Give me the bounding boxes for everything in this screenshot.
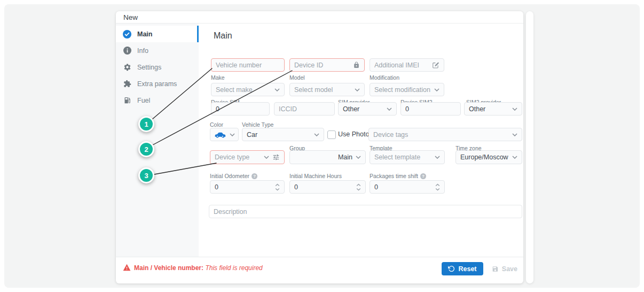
initial-odometer-input[interactable] (215, 183, 272, 191)
chevron-down-icon (435, 156, 440, 159)
screen: New Main Info Settings (0, 0, 644, 292)
device-tags-select[interactable]: Device tags (368, 128, 522, 141)
info-icon (123, 47, 131, 55)
chevron-down-icon (264, 156, 269, 159)
section-title: Main (214, 31, 232, 41)
description-field (209, 205, 522, 218)
dialog-footer: Main / Vehicle number: This field is req… (116, 257, 523, 284)
sidebar-item-extra-params[interactable]: Extra params (116, 75, 199, 92)
vehicle-type-label: Vehicle Type (242, 121, 273, 128)
device-sim2-field (400, 102, 461, 116)
sidebar-item-settings[interactable]: Settings (116, 59, 199, 75)
initial-machine-hours-label: Initial Machine Hours (289, 173, 342, 179)
use-photo-checkbox[interactable] (327, 130, 336, 139)
warning-icon (123, 264, 131, 271)
sidebar-item-fuel[interactable]: Fuel (116, 92, 199, 109)
reset-button[interactable]: Reset (442, 262, 483, 275)
modification-select[interactable]: Select modification (370, 83, 444, 96)
sidebar-item-label: Fuel (137, 97, 150, 104)
callout-3: 3 (138, 167, 154, 183)
reset-icon (448, 265, 455, 272)
sidebar: Main Info Settings Extra params (116, 24, 199, 257)
sidebar-item-label: Settings (137, 64, 161, 71)
chevron-down-icon (355, 88, 360, 91)
device-id-field (289, 58, 365, 72)
use-photo-label: Use Photo (338, 130, 369, 138)
color-label: Color (210, 121, 223, 128)
chevron-down-icon (356, 156, 361, 159)
sidebar-item-info[interactable]: Info (116, 42, 199, 59)
device-type-select[interactable]: Device type (210, 150, 285, 164)
sim2-provider-select[interactable]: Other (464, 102, 522, 116)
vehicle-number-field (211, 58, 285, 72)
chevron-down-icon (512, 133, 517, 136)
edit-icon[interactable] (432, 62, 439, 69)
device-id-input[interactable] (294, 62, 350, 69)
spinner-icon[interactable] (356, 183, 361, 191)
check-circle-icon (123, 30, 131, 39)
time-zone-select[interactable]: Europe/Moscow (455, 150, 522, 164)
new-device-dialog: New Main Info Settings (116, 11, 523, 283)
description-input[interactable] (214, 208, 517, 216)
modification-label: Modification (370, 74, 399, 81)
chevron-down-icon (314, 133, 319, 136)
chevron-down-icon (512, 156, 517, 159)
help-icon[interactable]: ? (252, 173, 257, 179)
additional-imei-field (370, 58, 444, 72)
initial-machine-hours-field (289, 180, 366, 194)
iccid-input[interactable] (279, 105, 330, 113)
validation-error: Main / Vehicle number: This field is req… (134, 264, 263, 272)
vehicle-type-select[interactable]: Car (242, 128, 324, 141)
device-type-filter-icon[interactable] (272, 153, 280, 161)
device-sim2-input[interactable] (405, 105, 456, 113)
chevron-down-icon (434, 88, 439, 91)
template-select[interactable]: Select template (370, 150, 445, 164)
packages-time-shift-field (370, 180, 445, 194)
packages-time-shift-label: Packages time shift ? (370, 173, 426, 179)
error-field-name: Main / Vehicle number: (134, 264, 203, 272)
dialog-header: New (116, 11, 523, 24)
active-tab-indicator (197, 26, 199, 42)
error-message: This field is required (205, 264, 262, 272)
make-label: Make (211, 74, 225, 81)
lock-icon (353, 62, 360, 68)
dialog-title: New (123, 13, 138, 21)
dialog-scrollbar[interactable] (526, 11, 533, 283)
gear-icon (123, 63, 131, 72)
group-select[interactable]: Main (289, 150, 366, 164)
additional-imei-input[interactable] (374, 62, 429, 69)
puzzle-icon (123, 80, 131, 88)
spinner-icon[interactable] (435, 183, 440, 191)
device-sim-field (211, 102, 270, 116)
chevron-down-icon (230, 133, 235, 136)
initial-odometer-label: Initial Odometer ? (210, 173, 257, 179)
save-button[interactable]: Save (489, 263, 521, 275)
spinner-icon[interactable] (275, 183, 280, 191)
sidebar-item-label: Main (137, 30, 152, 38)
make-select[interactable]: Select make (211, 83, 285, 96)
fuel-pump-icon (123, 96, 131, 105)
sidebar-item-label: Info (137, 47, 148, 55)
model-label: Model (289, 74, 305, 81)
color-select[interactable] (210, 128, 239, 141)
save-icon (492, 265, 499, 273)
chevron-down-icon (274, 88, 280, 91)
chevron-down-icon (387, 107, 392, 111)
model-select[interactable]: Select model (289, 83, 365, 96)
initial-machine-hours-input[interactable] (294, 183, 353, 191)
car-icon (214, 131, 226, 138)
vehicle-number-input[interactable] (216, 62, 280, 69)
callout-2: 2 (138, 141, 154, 157)
help-icon[interactable]: ? (420, 173, 426, 179)
device-sim-input[interactable] (216, 105, 265, 113)
sim-provider-select[interactable]: Other (338, 102, 397, 116)
sidebar-item-main[interactable]: Main (116, 26, 199, 42)
chevron-down-icon (512, 107, 517, 111)
iccid-field (274, 102, 335, 116)
sidebar-item-label: Extra params (137, 80, 177, 88)
initial-odometer-field (210, 180, 285, 194)
callout-1: 1 (138, 116, 154, 132)
packages-time-shift-input[interactable] (374, 183, 432, 191)
